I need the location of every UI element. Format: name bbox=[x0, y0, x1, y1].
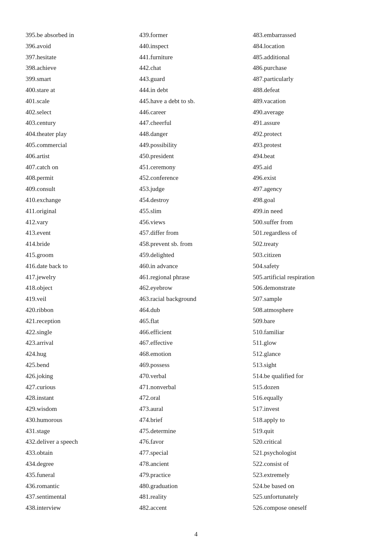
list-item: 513.sight bbox=[253, 360, 366, 371]
list-item: 434.degree bbox=[26, 459, 139, 470]
list-item: 491.assure bbox=[253, 118, 366, 129]
list-item: 436.romantic bbox=[26, 481, 139, 492]
list-item: 452.conference bbox=[139, 173, 253, 184]
list-item: 466.efficient bbox=[139, 327, 253, 338]
list-item: 474.brief bbox=[139, 415, 253, 426]
list-item: 456.views bbox=[139, 217, 253, 228]
list-item: 409.consult bbox=[26, 184, 139, 195]
columns-wrapper: 395.be absorbed in396.avoid397.hesitate3… bbox=[26, 30, 366, 514]
list-item: 462.eyebrow bbox=[139, 283, 253, 294]
list-item: 449.possibility bbox=[139, 140, 253, 151]
list-item: 472.oral bbox=[139, 393, 253, 404]
list-item: 396.avoid bbox=[26, 41, 139, 52]
list-item: 478.ancient bbox=[139, 459, 253, 470]
list-item: 460.in advance bbox=[139, 261, 253, 272]
list-item: 465.flat bbox=[139, 316, 253, 327]
list-item: 402.select bbox=[26, 107, 139, 118]
list-item: 500.suffer from bbox=[253, 217, 366, 228]
list-item: 461.regional phrase bbox=[139, 272, 253, 283]
list-item: 404.theater play bbox=[26, 129, 139, 140]
list-item: 515.dozen bbox=[253, 382, 366, 393]
list-item: 501.regardless of bbox=[253, 228, 366, 239]
list-item: 483.embarrassed bbox=[253, 30, 366, 41]
list-item: 399.smart bbox=[26, 74, 139, 85]
list-item: 425.bend bbox=[26, 360, 139, 371]
list-item: 427.curious bbox=[26, 382, 139, 393]
list-item: 511.glow bbox=[253, 338, 366, 349]
list-item: 432.deliver a speech bbox=[26, 436, 139, 448]
column-3: 483.embarrassed484.location485.additiona… bbox=[253, 30, 366, 514]
list-item: 416.date back to bbox=[26, 261, 139, 272]
list-item: 490.average bbox=[253, 107, 366, 118]
list-item: 457.differ from bbox=[139, 228, 253, 239]
list-item: 438.interview bbox=[26, 503, 139, 514]
list-item: 442.chat bbox=[139, 63, 253, 74]
list-item: 397.hesitate bbox=[26, 52, 139, 63]
column-1: 395.be absorbed in396.avoid397.hesitate3… bbox=[26, 30, 139, 514]
list-item: 440.inspect bbox=[139, 41, 253, 52]
list-item: 400.stare at bbox=[26, 85, 139, 96]
list-item: 428.instant bbox=[26, 393, 139, 404]
list-item: 445.have a debt to sb. bbox=[139, 96, 253, 107]
list-item: 424.hug bbox=[26, 349, 139, 360]
list-item: 503.citizen bbox=[253, 250, 366, 261]
list-item: 405.commercial bbox=[26, 140, 139, 151]
list-item: 412.vary bbox=[26, 217, 139, 228]
page-number: 4 bbox=[194, 531, 198, 538]
list-item: 518.apply to bbox=[253, 415, 366, 426]
list-item: 477.special bbox=[139, 448, 253, 459]
list-item: 480.graduation bbox=[139, 481, 253, 492]
list-item: 496.exist bbox=[253, 173, 366, 184]
list-item: 433.obtain bbox=[26, 448, 139, 459]
list-item: 422.single bbox=[26, 327, 139, 338]
list-item: 526.compose oneself bbox=[253, 503, 366, 514]
list-item: 506.demonstrate bbox=[253, 283, 366, 294]
list-item: 486.purchase bbox=[253, 63, 366, 74]
list-item: 401.scale bbox=[26, 96, 139, 107]
list-item: 421.reception bbox=[26, 316, 139, 327]
list-item: 431.stage bbox=[26, 426, 139, 437]
list-item: 458.prevent sb. from bbox=[139, 239, 253, 250]
list-item: 525.unfortunately bbox=[253, 491, 366, 503]
list-item: 437.sentimental bbox=[26, 491, 139, 503]
list-item: 484.location bbox=[253, 41, 366, 52]
list-item: 523.extremely bbox=[253, 470, 366, 481]
list-item: 435.funeral bbox=[26, 470, 139, 481]
list-item: 504.safety bbox=[253, 261, 366, 272]
list-item: 420.ribbon bbox=[26, 305, 139, 316]
list-item: 455.slim bbox=[139, 206, 253, 217]
list-item: 505.artificial respiration bbox=[253, 272, 366, 283]
list-item: 520.critical bbox=[253, 436, 366, 448]
list-item: 475.determine bbox=[139, 426, 253, 437]
list-item: 444.in debt bbox=[139, 85, 253, 96]
list-item: 430.humorous bbox=[26, 415, 139, 426]
list-item: 476.favor bbox=[139, 436, 253, 448]
list-item: 489.vacation bbox=[253, 96, 366, 107]
list-item: 413.event bbox=[26, 228, 139, 239]
list-item: 447.cheerful bbox=[139, 118, 253, 129]
list-item: 443.guard bbox=[139, 74, 253, 85]
list-item: 473.aural bbox=[139, 404, 253, 415]
list-item: 418.object bbox=[26, 283, 139, 294]
list-item: 507.sample bbox=[253, 294, 366, 305]
list-item: 502.treaty bbox=[253, 239, 366, 250]
list-item: 510.familiar bbox=[253, 327, 366, 338]
list-item: 482.accent bbox=[139, 503, 253, 514]
list-item: 471.nonverbal bbox=[139, 382, 253, 393]
list-item: 469.possess bbox=[139, 360, 253, 371]
list-item: 439.former bbox=[139, 30, 253, 41]
list-item: 419.veil bbox=[26, 294, 139, 305]
list-item: 406.artist bbox=[26, 151, 139, 162]
list-item: 485.additional bbox=[253, 52, 366, 63]
list-item: 495.aid bbox=[253, 162, 366, 173]
list-item: 423.arrival bbox=[26, 338, 139, 349]
list-item: 407.catch on bbox=[26, 162, 139, 173]
list-item: 446.career bbox=[139, 107, 253, 118]
list-item: 448.danger bbox=[139, 129, 253, 140]
list-item: 509.bare bbox=[253, 316, 366, 327]
list-item: 488.defeat bbox=[253, 85, 366, 96]
list-item: 426.joking bbox=[26, 371, 139, 382]
list-item: 417.jewelry bbox=[26, 272, 139, 283]
list-item: 468.emotion bbox=[139, 349, 253, 360]
list-item: 514.be qualified for bbox=[253, 371, 366, 382]
